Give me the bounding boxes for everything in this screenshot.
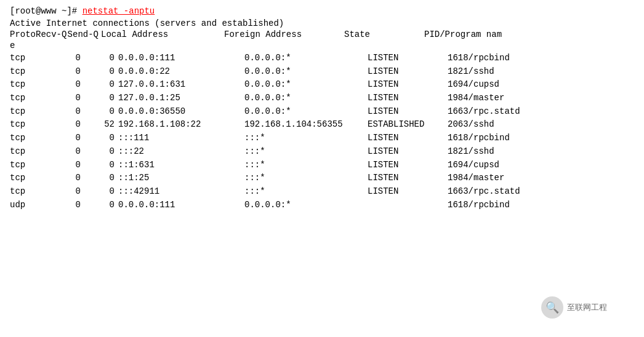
cell-state: ESTABLISHED <box>368 118 448 132</box>
cell-recvq: 0 <box>41 118 81 132</box>
col-pid-header: PID/Program nam <box>424 30 502 39</box>
cell-recvq: 0 <box>41 92 81 105</box>
cell-local: 127.0.0.1:631 <box>118 78 244 92</box>
cell-recvq: 0 <box>41 159 81 172</box>
cell-state: LISTEN <box>368 65 448 79</box>
terminal-window: [root@www ~]# netstat -anptu Active Inte… <box>0 0 644 337</box>
cell-local: :::22 <box>118 145 244 159</box>
table-row: tcp000.0.0.0:365500.0.0.0:*LISTEN1663/rp… <box>10 105 634 119</box>
table-row: tcp00::1:25:::*LISTEN1984/master <box>10 172 634 185</box>
table-row: tcp00:::42911:::*LISTEN1663/rpc.statd <box>10 185 634 199</box>
output-header1: Active Internet connections (servers and… <box>10 18 634 28</box>
cell-sendq: 0 <box>81 199 115 212</box>
cell-sendq: 52 <box>81 118 115 132</box>
cell-proto: tcp <box>10 92 41 105</box>
cell-proto: tcp <box>10 105 41 119</box>
watermark-label: 至联网工程 <box>567 302 607 313</box>
cell-pid: 1984/master <box>448 93 504 103</box>
cell-local: ::1:631 <box>118 159 244 172</box>
shell-command: netstat -anptu <box>83 6 155 16</box>
cell-local: 0.0.0.0:36550 <box>118 105 244 119</box>
cell-recvq: 0 <box>41 78 81 92</box>
cell-local: 0.0.0.0:111 <box>118 199 244 212</box>
cell-proto: tcp <box>10 159 41 172</box>
cell-pid: 1663/rpc.statd <box>448 186 520 196</box>
col-recvq-header: Recv-Q <box>36 30 63 39</box>
cell-foreign: :::* <box>244 159 368 172</box>
cell-proto: tcp <box>10 185 41 199</box>
cell-recvq: 0 <box>41 52 81 65</box>
cell-sendq: 0 <box>81 78 115 92</box>
cell-foreign: 0.0.0.0:* <box>244 105 368 119</box>
cell-foreign: :::* <box>244 145 368 159</box>
col-local-header: Local Address <box>101 30 224 39</box>
col-sendq-header: Send-Q <box>63 30 99 39</box>
cell-local: :::42911 <box>118 185 244 199</box>
cell-sendq: 0 <box>81 52 115 65</box>
cell-sendq: 0 <box>81 159 115 172</box>
watermark-icon: 🔍 <box>541 296 563 319</box>
cell-proto: tcp <box>10 78 41 92</box>
column-headers: ProtoRecv-QSend-QLocal AddressForeign Ad… <box>10 30 634 39</box>
table-row: tcp000.0.0.0:220.0.0.0:*LISTEN1821/sshd <box>10 65 634 79</box>
cell-proto: tcp <box>10 52 41 65</box>
cell-recvq: 0 <box>41 105 81 119</box>
cell-foreign: 0.0.0.0:* <box>244 52 368 65</box>
table-row: tcp00:::22:::*LISTEN1821/sshd <box>10 145 634 159</box>
cell-proto: tcp <box>10 145 41 159</box>
cell-foreign: 0.0.0.0:* <box>244 92 368 105</box>
cell-state: LISTEN <box>368 172 448 185</box>
cell-sendq: 0 <box>81 65 115 79</box>
table-row: tcp00127.0.0.1:6310.0.0.0:*LISTEN1694/cu… <box>10 78 634 92</box>
cell-pid: 1694/cupsd <box>448 160 499 170</box>
watermark: 🔍 至联网工程 <box>541 296 607 319</box>
cell-pid: 1694/cupsd <box>448 79 499 89</box>
cell-proto: udp <box>10 199 41 212</box>
cell-pid: 1984/master <box>448 173 504 183</box>
cell-recvq: 0 <box>41 172 81 185</box>
cell-foreign: 0.0.0.0:* <box>244 78 368 92</box>
cell-pid: 1618/rpcbind <box>448 133 510 143</box>
table-row: tcp00::1:631:::*LISTEN1694/cupsd <box>10 159 634 172</box>
cell-foreign: :::* <box>244 185 368 199</box>
cell-state: LISTEN <box>368 92 448 105</box>
cell-state: LISTEN <box>368 132 448 145</box>
header-wrap: e <box>10 41 634 50</box>
cell-proto: tcp <box>10 132 41 145</box>
col-foreign-header: Foreign Address <box>224 30 344 39</box>
cell-sendq: 0 <box>81 132 115 145</box>
data-rows-container: tcp000.0.0.0:1110.0.0.0:*LISTEN1618/rpcb… <box>10 52 634 212</box>
table-row: tcp00:::111:::*LISTEN1618/rpcbind <box>10 132 634 145</box>
cell-sendq: 0 <box>81 105 115 119</box>
cell-state: LISTEN <box>368 145 448 159</box>
cell-local: ::1:25 <box>118 172 244 185</box>
cell-state: LISTEN <box>368 159 448 172</box>
cell-proto: tcp <box>10 118 41 132</box>
cell-sendq: 0 <box>81 92 115 105</box>
cell-state: LISTEN <box>368 78 448 92</box>
cell-foreign: 192.168.1.104:56355 <box>244 118 368 132</box>
cell-local: 192.168.1.108:22 <box>118 118 244 132</box>
cell-state: LISTEN <box>368 52 448 65</box>
cell-recvq: 0 <box>41 199 81 212</box>
cell-local: :::111 <box>118 132 244 145</box>
cell-state: LISTEN <box>368 105 448 119</box>
cell-recvq: 0 <box>41 132 81 145</box>
cell-pid: 2063/sshd <box>448 119 494 129</box>
cell-proto: tcp <box>10 65 41 79</box>
cell-recvq: 0 <box>41 145 81 159</box>
col-proto-header: Proto <box>10 30 36 39</box>
cell-recvq: 0 <box>41 185 81 199</box>
cell-local: 0.0.0.0:111 <box>118 52 244 65</box>
table-row: tcp00127.0.0.1:250.0.0.0:*LISTEN1984/mas… <box>10 92 634 105</box>
cell-sendq: 0 <box>81 145 115 159</box>
shell-prompt: [root@www ~]# <box>10 6 83 16</box>
cell-pid: 1618/rpcbind <box>448 53 510 63</box>
col-state-header: State <box>344 30 424 39</box>
cell-proto: tcp <box>10 172 41 185</box>
cell-pid: 1663/rpc.statd <box>448 106 520 116</box>
cell-pid: 1618/rpcbind <box>448 200 510 210</box>
cell-pid: 1821/sshd <box>448 66 494 76</box>
table-row: tcp052192.168.1.108:22192.168.1.104:5635… <box>10 118 634 132</box>
cell-local: 127.0.0.1:25 <box>118 92 244 105</box>
